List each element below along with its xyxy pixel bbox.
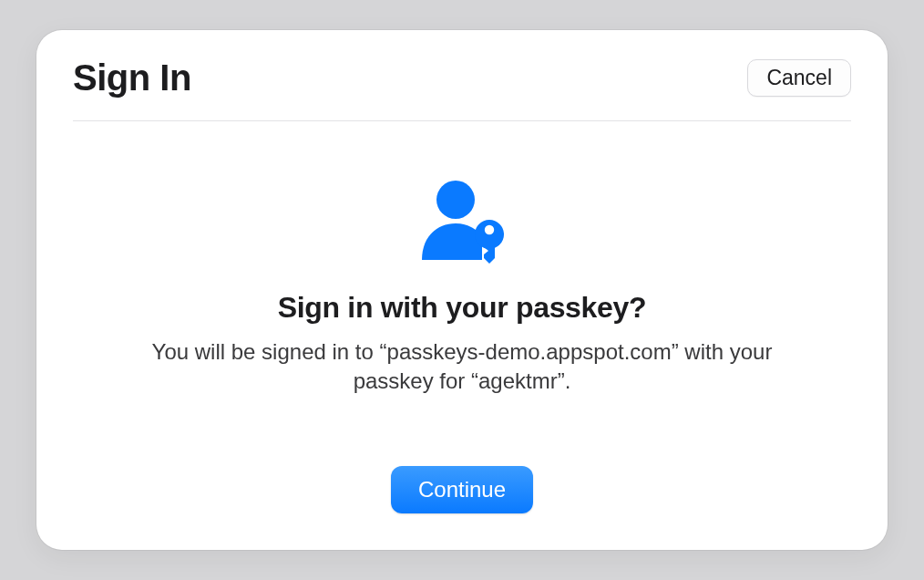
svg-point-0 bbox=[436, 181, 475, 219]
dialog-footer: Continue bbox=[36, 448, 888, 550]
prompt-title: Sign in with your passkey? bbox=[278, 291, 647, 325]
sign-in-dialog: Sign In Cancel Sign in with your passkey… bbox=[36, 30, 888, 550]
continue-button[interactable]: Continue bbox=[391, 466, 533, 513]
cancel-button[interactable]: Cancel bbox=[747, 59, 851, 97]
prompt-body: You will be signed in to “passkeys-demo.… bbox=[125, 337, 799, 397]
svg-point-2 bbox=[485, 225, 494, 234]
dialog-title: Sign In bbox=[73, 57, 191, 98]
dialog-content: Sign in with your passkey? You will be s… bbox=[36, 121, 888, 448]
dialog-header: Sign In Cancel bbox=[36, 30, 888, 120]
passkey-user-key-icon bbox=[412, 174, 512, 274]
